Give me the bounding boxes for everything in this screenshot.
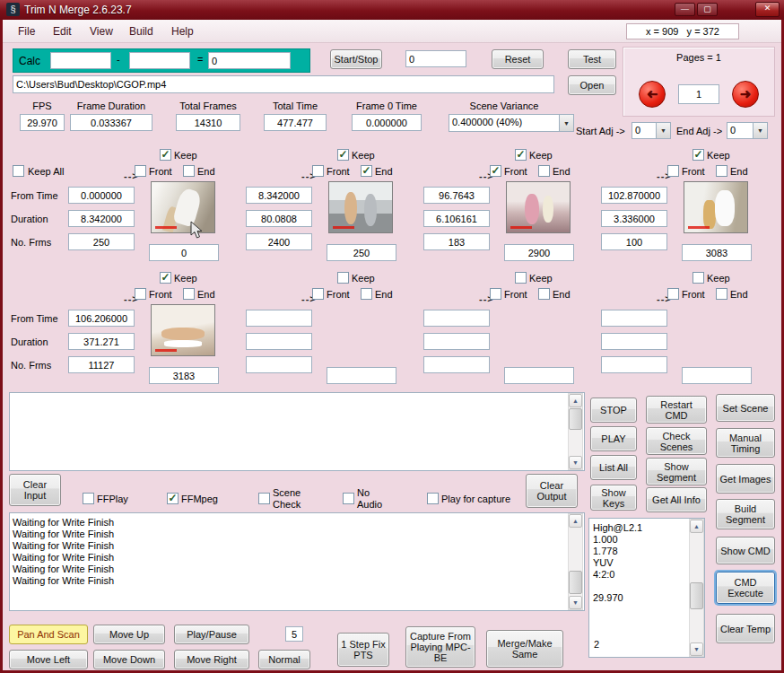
fps-field[interactable] — [20, 114, 65, 131]
check-scenes-button[interactable]: Check Scenes — [646, 427, 707, 455]
front-checkbox[interactable] — [135, 288, 146, 300]
build-segment-button[interactable]: Build Segment — [716, 499, 775, 529]
clear-input-button[interactable]: Clear Input — [9, 474, 61, 506]
chevron-down-icon[interactable]: ▼ — [753, 123, 767, 138]
no-frames-field[interactable] — [423, 356, 490, 373]
output-scrollbar[interactable]: ▲ ▼ — [568, 393, 583, 470]
normal-button[interactable]: Normal — [258, 650, 310, 669]
video-thumbnail[interactable] — [684, 181, 748, 233]
total-frames-field[interactable] — [176, 114, 240, 131]
frame-number-field[interactable] — [504, 244, 574, 261]
play-for-capture-checkbox[interactable] — [427, 493, 439, 504]
duration-field[interactable] — [246, 210, 312, 227]
keep-checkbox[interactable] — [693, 149, 704, 161]
from-time-field[interactable] — [601, 187, 667, 204]
front-checkbox[interactable] — [490, 165, 501, 177]
play-pause-button[interactable]: Play/Pause — [174, 625, 249, 644]
clear-output-button[interactable]: Clear Output — [526, 474, 578, 508]
scroll-up-icon[interactable]: ▲ — [690, 520, 703, 533]
merge-make-same-button[interactable]: Merge/Make Same — [486, 630, 563, 668]
scroll-down-icon[interactable]: ▼ — [569, 596, 582, 609]
start-adj-combo[interactable]: 0 ▼ — [632, 122, 671, 139]
scrollbar-thumb[interactable] — [569, 571, 582, 594]
get-all-info-button[interactable]: Get All Info — [646, 487, 707, 512]
pan-and-scan-button[interactable]: Pan And Scan — [9, 625, 88, 644]
keep-checkbox[interactable] — [337, 149, 349, 161]
ffplay-checkbox[interactable] — [83, 493, 94, 504]
end-checkbox[interactable] — [716, 288, 727, 300]
step-size-field[interactable] — [285, 626, 303, 642]
scene-variance-combo[interactable]: 0.400000 (40%) ▼ — [449, 114, 574, 132]
total-time-field[interactable] — [264, 114, 327, 131]
manual-timing-button[interactable]: Manual Timing — [716, 428, 775, 458]
front-checkbox[interactable] — [312, 165, 324, 177]
no-frames-field[interactable] — [68, 233, 135, 250]
start-stop-button[interactable]: Start/Stop — [330, 49, 382, 69]
menu-help[interactable]: Help — [171, 25, 194, 38]
front-checkbox[interactable] — [135, 165, 146, 177]
list-all-button[interactable]: List All — [590, 455, 637, 480]
show-cmd-button[interactable]: Show CMD — [716, 537, 775, 564]
end-checkbox[interactable] — [183, 165, 195, 177]
fix-pts-button[interactable]: 1 Step Fix PTS — [337, 633, 389, 667]
counter-field[interactable] — [405, 50, 466, 67]
move-down-button[interactable]: Move Down — [93, 650, 165, 669]
frame-number-field[interactable] — [682, 244, 752, 261]
scrollbar-thumb[interactable] — [690, 582, 703, 609]
frame-number-field[interactable] — [327, 244, 396, 261]
menu-view[interactable]: View — [90, 25, 113, 38]
keep-checkbox[interactable] — [337, 272, 349, 284]
from-time-field[interactable] — [246, 187, 312, 204]
output-textarea[interactable] — [9, 392, 585, 471]
move-left-button[interactable]: Move Left — [9, 650, 88, 669]
from-time-field[interactable] — [246, 310, 312, 327]
end-checkbox[interactable] — [716, 165, 727, 177]
front-checkbox[interactable] — [667, 165, 679, 177]
duration-field[interactable] — [423, 210, 490, 227]
menu-edit[interactable]: Edit — [53, 25, 72, 38]
show-segment-button[interactable]: Show Segment — [646, 458, 707, 485]
end-checkbox[interactable] — [183, 288, 195, 300]
duration-field[interactable] — [246, 333, 312, 350]
clear-temp-button[interactable]: Clear Temp — [716, 614, 775, 643]
end-adj-combo[interactable]: 0 ▼ — [727, 122, 768, 139]
frame-number-field[interactable] — [149, 244, 219, 261]
scroll-down-icon[interactable]: ▼ — [569, 456, 582, 469]
frame0-time-field[interactable] — [352, 114, 422, 131]
stop-button[interactable]: STOP — [590, 398, 637, 423]
set-scene-button[interactable]: Set Scene — [716, 394, 775, 422]
page-next-button[interactable]: ➜ — [732, 81, 759, 108]
video-thumbnail[interactable] — [506, 181, 571, 233]
calc-field-b[interactable] — [129, 52, 190, 69]
file-path-field[interactable] — [13, 75, 554, 93]
video-thumbnail[interactable] — [328, 181, 393, 233]
calc-result-field[interactable] — [208, 52, 291, 69]
keep-checkbox[interactable] — [693, 272, 704, 284]
end-checkbox[interactable] — [361, 288, 372, 300]
title-bar[interactable]: § Trim N Merge 2.6.23.7 — ▢ ✕ — [0, 0, 784, 20]
duration-field[interactable] — [423, 333, 490, 350]
move-up-button[interactable]: Move Up — [93, 625, 165, 644]
no-audio-checkbox[interactable] — [343, 493, 354, 504]
duration-field[interactable] — [68, 210, 135, 227]
scroll-down-icon[interactable]: ▼ — [690, 642, 703, 656]
frame-number-field[interactable] — [149, 367, 219, 384]
menu-build[interactable]: Build — [129, 25, 153, 38]
front-checkbox[interactable] — [490, 288, 501, 300]
from-time-field[interactable] — [68, 187, 135, 204]
capture-from-playing-button[interactable]: Capture From Playing MPC-BE — [405, 626, 475, 668]
end-checkbox[interactable] — [361, 165, 372, 177]
scroll-up-icon[interactable]: ▲ — [569, 514, 582, 528]
chevron-down-icon[interactable]: ▼ — [656, 123, 670, 138]
play-button[interactable]: PLAY — [590, 426, 637, 451]
front-checkbox[interactable] — [312, 288, 324, 300]
cmd-execute-button[interactable]: CMD Execute — [716, 572, 775, 604]
end-checkbox[interactable] — [538, 165, 550, 177]
close-button[interactable]: ✕ — [755, 2, 780, 17]
move-right-button[interactable]: Move Right — [174, 650, 249, 669]
no-frames-field[interactable] — [246, 356, 312, 373]
frame-number-field[interactable] — [327, 367, 396, 384]
keep-checkbox[interactable] — [160, 149, 171, 161]
calc-field-a[interactable] — [50, 52, 111, 69]
scroll-up-icon[interactable]: ▲ — [569, 394, 582, 407]
